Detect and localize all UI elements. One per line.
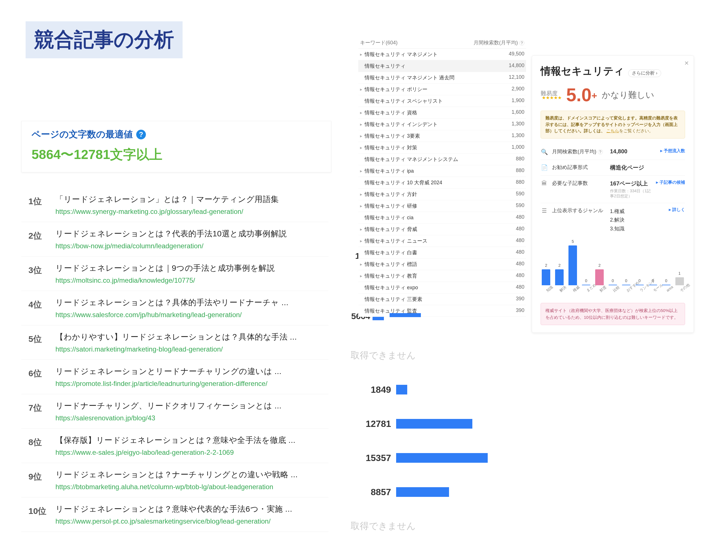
rank-title[interactable]: リードジェネレーションとは？ナーチャリングとの違いや戦略 ...: [55, 469, 328, 480]
detail-link[interactable]: ▸ 詳しく: [669, 207, 685, 212]
keyword-row[interactable]: 情報セキュリティ 白書480: [358, 247, 526, 259]
rank-title[interactable]: 【保存版】リードジェネレーションとは？意味や全手法を徹底 ...: [55, 435, 328, 446]
wc-value: 8857: [351, 487, 396, 497]
keyword-row[interactable]: ▶情報セキュリティ ipa880: [358, 165, 526, 177]
close-icon[interactable]: ✕: [684, 60, 689, 67]
keyword-row[interactable]: ▶情報セキュリティ 教育480: [358, 270, 526, 282]
keyword-row[interactable]: ▶情報セキュリティ 3要素1,300: [358, 130, 526, 142]
rank-title[interactable]: 【わかりやすい】リードジェネレーションとは？具体的な手法 ...: [55, 332, 328, 342]
child-link[interactable]: ▸ 子記事の候補: [656, 180, 685, 185]
kw-text: 情報セキュリティ 標語: [365, 261, 417, 268]
keyword-row[interactable]: ▶情報セキュリティ 資格1,600: [358, 107, 526, 119]
keyword-row[interactable]: 情報セキュリティ マネジメント 過去問12,100: [358, 72, 526, 84]
metric-val: 167ページ以上 作業日数：334日（1記事2日想定）: [610, 180, 652, 199]
chart-category: おすすめ: [625, 288, 633, 296]
rank-url[interactable]: https://bow-now.jp/media/column/leadgene…: [55, 242, 328, 250]
keyword-row[interactable]: 情報セキュリティ expo480: [358, 282, 526, 294]
rank-url[interactable]: https://moltsinc.co.jp/media/knowledge/1…: [55, 276, 328, 284]
rank-url[interactable]: https://satori.marketing/marketing-blog/…: [55, 345, 328, 353]
difficulty-plus: +: [591, 90, 597, 101]
bar-value: 1: [679, 271, 681, 276]
expand-icon[interactable]: ▶: [360, 111, 362, 114]
keyword-row[interactable]: 情報セキュリティ 監査390: [358, 305, 526, 317]
keyword-row[interactable]: 情報セキュリティ 10 大脅威 2024880: [358, 177, 526, 189]
help-icon[interactable]: ?: [598, 149, 603, 154]
keyword-row[interactable]: ▶情報セキュリティ マネジメント49,500: [358, 49, 526, 60]
expand-icon[interactable]: ▶: [360, 170, 362, 173]
keyword-row[interactable]: 情報セキュリティ マネジメントシステム880: [358, 154, 526, 165]
keyword-row[interactable]: ▶情報セキュリティ 標語480: [358, 259, 526, 270]
expand-icon[interactable]: ▶: [360, 263, 362, 266]
keyword-row[interactable]: ▶情報セキュリティ ポリシー2,900: [358, 84, 526, 95]
help-icon[interactable]: ?: [519, 40, 524, 46]
rank-title[interactable]: リードジェネレーションとは？具体的手法やリードナーチャ ...: [55, 297, 328, 308]
ranking-row[interactable]: 6位 リードジェネレーションとリードナーチャリングの違いは ... https:…: [21, 360, 328, 394]
ranking-row[interactable]: 5位 【わかりやすい】リードジェネレーションとは？具体的な手法 ... http…: [21, 325, 328, 360]
rank-url[interactable]: https://www.synergy-marketing.co.jp/glos…: [55, 208, 328, 216]
ranking-row[interactable]: 10位 リードジェネレーションとは？意味や代表的な手法6つ・実施 ... htt…: [21, 497, 328, 532]
expand-icon[interactable]: ▶: [360, 88, 362, 91]
kw-text: 情報セキュリティ マネジメント 過去問: [365, 74, 454, 81]
rank-title[interactable]: リードジェネレーションとは？意味や代表的な手法6つ・実施 ...: [55, 504, 328, 514]
expand-icon[interactable]: ▶: [360, 204, 362, 208]
rank-url[interactable]: https://promote.list-finder.jp/article/l…: [55, 380, 328, 388]
page-title: 競合記事の分析: [26, 21, 183, 58]
expand-icon[interactable]: ▶: [360, 193, 362, 196]
rank-url[interactable]: https://www.e-sales.jp/eigyo-labo/lead-g…: [55, 449, 328, 456]
genre-chart: 2知識2解決5権威0まとめ2鮮度0比較0おすすめ0ランキング0モール0area1…: [541, 242, 685, 296]
keyword-row[interactable]: ▶情報セキュリティ ニュース480: [358, 235, 526, 247]
kw-text: 情報セキュリティ 3要素: [365, 133, 420, 139]
expand-icon[interactable]: ▶: [360, 228, 362, 231]
expand-icon[interactable]: ▶: [360, 53, 362, 56]
chart-category: 知識: [545, 288, 553, 296]
forecast-link[interactable]: ▸ 予想流入数: [660, 148, 685, 154]
ranking-row[interactable]: 3位 リードジェネレーションとは｜9つの手法と成功事例を解説 https://m…: [21, 257, 328, 291]
keyword-row[interactable]: 情報セキュリティ cia480: [358, 212, 526, 224]
chart-column: 0ランキング: [635, 285, 644, 296]
keyword-row[interactable]: 情報セキュリティ 三要素390: [358, 294, 526, 305]
kw-text: 情報セキュリティ スペシャリスト: [365, 98, 443, 104]
ranking-row[interactable]: 7位 リードナーチャリング、リードクオリフィケーションとは ... https:…: [21, 394, 328, 429]
genre-item: 1.権威: [610, 207, 665, 216]
keyword-row[interactable]: ▶情報セキュリティ 対策1,000: [358, 142, 526, 154]
ranking-row[interactable]: 9位 リードジェネレーションとは？ナーチャリングとの違いや戦略 ... http…: [21, 463, 328, 497]
rank-title[interactable]: 「リードジェネレーション」とは？｜マーケティング用語集: [55, 194, 328, 205]
rank-position: 4位: [21, 297, 55, 311]
keyword-row[interactable]: ▶情報セキュリティ 方針590: [358, 189, 526, 200]
rank-position: 9位: [21, 469, 55, 483]
ranking-row[interactable]: 2位 リードジェネレーションとは？代表的手法10選と成功事例解説 https:/…: [21, 222, 328, 257]
keyword-row[interactable]: ▶情報セキュリティ 脅威480: [358, 224, 526, 235]
rank-position: 10位: [21, 504, 55, 517]
more-analysis-link[interactable]: さらに分析 ›: [628, 69, 661, 77]
keyword-row[interactable]: ▶情報セキュリティ 研修590: [358, 200, 526, 212]
ranking-row[interactable]: 1位 「リードジェネレーション」とは？｜マーケティング用語集 https://w…: [21, 188, 328, 222]
wordcount-label-text: ページの文字数の最適値: [32, 128, 133, 141]
ranking-row[interactable]: 8位 【保存版】リードジェネレーションとは？意味や全手法を徹底 ... http…: [21, 429, 328, 463]
rank-title[interactable]: リードジェネレーションとリードナーチャリングの違いは ...: [55, 366, 328, 377]
help-icon[interactable]: ?: [136, 130, 146, 139]
rank-title[interactable]: リードナーチャリング、リードクオリフィケーションとは ...: [55, 400, 328, 411]
rank-title[interactable]: リードジェネレーションとは｜9つの手法と成功事例を解説: [55, 263, 328, 274]
rank-url[interactable]: https://salesrenovation.jp/blog/43: [55, 414, 328, 422]
rank-position: 3位: [21, 263, 55, 276]
expand-icon[interactable]: ▶: [360, 123, 362, 126]
metric-label: 月間検索数(月平均) ?: [552, 148, 606, 155]
keyword-row[interactable]: 情報セキュリティ14,800: [358, 60, 526, 72]
rank-title[interactable]: リードジェネレーションとは？代表的手法10選と成功事例解説: [55, 228, 328, 239]
metric-search-volume: 🔍 月間検索数(月平均) ? 14,800 ▸ 予想流入数: [541, 144, 685, 160]
expand-icon[interactable]: ▶: [360, 274, 362, 278]
keyword-row[interactable]: ▶情報セキュリティ インシデント1,300: [358, 119, 526, 130]
rank-url[interactable]: https://www.persol-pt.co.jp/salesmarketi…: [55, 517, 328, 525]
keyword-row[interactable]: 情報セキュリティ スペシャリスト1,900: [358, 95, 526, 107]
chart-bar: 0: [582, 285, 590, 285]
kw-volume: 880: [516, 179, 524, 186]
chart-category: まとめ: [585, 288, 593, 296]
expand-icon[interactable]: ▶: [360, 135, 362, 138]
ranking-row[interactable]: 4位 リードジェネレーションとは？具体的手法やリードナーチャ ... https…: [21, 291, 328, 325]
bar-value: 0: [585, 278, 587, 283]
rank-url[interactable]: https://btobmarketing.aluha.net/column-w…: [55, 483, 328, 491]
rank-url[interactable]: https://www.salesforce.com/jp/hub/market…: [55, 311, 328, 319]
expand-icon[interactable]: ▶: [360, 239, 362, 243]
expand-icon[interactable]: ▶: [360, 146, 362, 149]
warning-link[interactable]: こちら: [606, 128, 619, 133]
